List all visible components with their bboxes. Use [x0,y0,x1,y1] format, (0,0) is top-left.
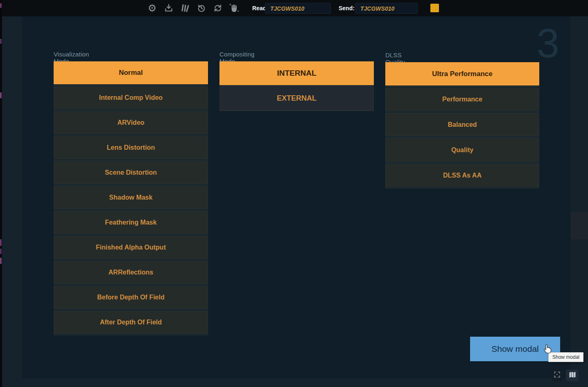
right-edge-block [570,212,588,239]
option-ultra-performance[interactable]: Ultra Performance [385,62,539,86]
status-indicator [430,4,439,12]
option-external[interactable]: EXTERNAL [219,86,374,110]
video-noise-speck [0,258,2,264]
option-quality[interactable]: Quality [385,138,539,162]
right-edge-strip [570,16,588,378]
library-books-icon [180,3,190,13]
history-icon [197,3,206,13]
history-button[interactable] [196,3,207,14]
compositing-mode-list: INTERNAL EXTERNAL [219,61,374,111]
video-noise-speck [0,92,2,98]
page-number-watermark: 3 [534,20,562,65]
option-after-depth-of-field[interactable]: After Depth Of Field [54,311,208,334]
option-arvideo[interactable]: ARVideo [54,111,208,134]
video-noise-speck [0,239,2,246]
fit-view-icon [553,371,561,380]
read-input[interactable] [265,3,331,14]
option-performance[interactable]: Performance [385,88,539,111]
option-feathering-mask[interactable]: Feathering Mask [54,211,208,234]
magic-hand-button[interactable] [228,3,240,14]
video-noise-speck [0,39,2,44]
gear-icon: ⚙ [148,3,157,13]
option-balanced[interactable]: Balanced [385,113,539,136]
refresh-button[interactable] [212,3,223,14]
show-modal-button[interactable]: Show modal [470,337,560,361]
option-internal[interactable]: INTERNAL [219,61,374,85]
app-window: ⚙ [0,0,588,387]
option-lens-distortion[interactable]: Lens Distortion [54,136,208,159]
left-edge-artifact [0,0,2,387]
top-toolbar: ⚙ [0,0,588,16]
map-button[interactable] [566,369,579,381]
option-finished-alpha-output[interactable]: Finished Alpha Output [54,236,208,259]
option-scene-distortion[interactable]: Scene Distortion [54,161,208,184]
dlss-quality-list: Ultra Performance Performance Balanced Q… [385,62,539,189]
download-button[interactable] [163,3,174,14]
option-normal[interactable]: Normal [54,61,208,84]
send-label: Send: [339,5,355,11]
video-noise-speck [0,3,2,8]
library-button[interactable] [179,3,190,14]
download-icon [164,3,174,13]
magic-hand-icon [229,3,240,14]
map-icon [568,371,577,380]
send-input[interactable] [355,3,418,14]
option-before-depth-of-field[interactable]: Before Depth Of Field [54,286,208,309]
option-arreflections[interactable]: ARReflections [54,261,208,284]
fit-view-button[interactable] [552,369,563,381]
option-shadow-mask[interactable]: Shadow Mask [54,186,208,209]
refresh-icon [213,3,223,13]
toolbar-icon-group: ⚙ [147,0,240,16]
settings-button[interactable]: ⚙ [147,3,158,14]
video-noise-speck [0,249,2,254]
visualization-mode-list: Normal Internal Comp Video ARVideo Lens … [54,61,208,336]
option-dlss-as-aa[interactable]: DLSS As AA [385,164,539,187]
show-modal-tooltip: Show modal [548,352,583,362]
option-internal-comp-video[interactable]: Internal Comp Video [54,86,208,109]
